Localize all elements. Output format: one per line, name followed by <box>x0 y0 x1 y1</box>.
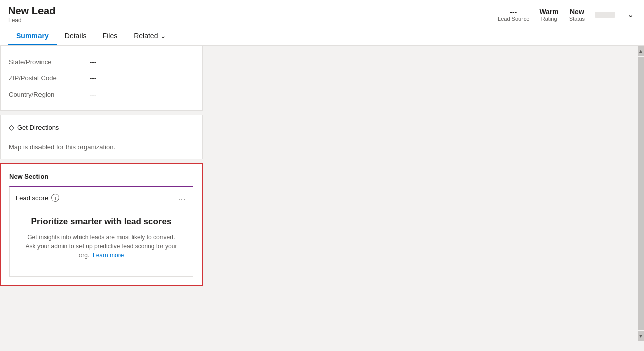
lead-score-content: Prioritize smarter with lead scores Get … <box>16 206 187 270</box>
new-section-card: New Section Lead score i … Prioritize sm… <box>0 163 203 286</box>
new-section-title: New Section <box>9 172 193 180</box>
country-label: Country/Region <box>9 91 90 98</box>
lead-score-label: Lead score <box>16 194 48 202</box>
state-province-label: State/Province <box>9 58 90 66</box>
main-content: State/Province --- ZIP/Postal Code --- C… <box>0 46 644 341</box>
status-meta: New Status <box>569 8 585 22</box>
chevron-down-icon[interactable]: ⌄ <box>625 8 636 21</box>
tab-summary[interactable]: Summary <box>8 28 57 45</box>
directions-icon: ◇ <box>9 123 14 131</box>
state-province-row: State/Province --- <box>9 54 194 70</box>
map-disabled-text: Map is disabled for this organization. <box>9 143 194 151</box>
lead-score-heading: Prioritize smarter with lead scores <box>22 216 181 227</box>
lead-score-widget: Lead score i … Prioritize smarter with l… <box>9 186 193 277</box>
tab-details[interactable]: Details <box>57 28 95 45</box>
zip-row: ZIP/Postal Code --- <box>9 70 194 86</box>
learn-more-link[interactable]: Learn more <box>93 252 124 259</box>
scroll-down-button[interactable]: ▼ <box>638 331 644 341</box>
state-province-value: --- <box>90 58 96 66</box>
lead-score-header: Lead score i … <box>16 193 187 202</box>
zip-value: --- <box>90 74 96 82</box>
directions-card: ◇ Get Directions Map is disabled for thi… <box>0 115 203 159</box>
lead-score-title-block: Lead score i <box>16 194 59 202</box>
right-panel <box>203 46 638 341</box>
title-block: New Lead Lead <box>8 5 55 24</box>
country-value: --- <box>90 91 96 98</box>
lead-source-value: --- <box>510 8 517 16</box>
directions-link-text: Get Directions <box>17 124 59 131</box>
scrollbar[interactable]: ▲ ▼ <box>638 46 644 341</box>
lead-source-meta: --- Lead Source <box>498 8 529 22</box>
zip-label: ZIP/Postal Code <box>9 74 90 82</box>
address-card: State/Province --- ZIP/Postal Code --- C… <box>0 46 203 111</box>
country-row: Country/Region --- <box>9 86 194 102</box>
status-label: Status <box>569 16 585 22</box>
scroll-thumb[interactable] <box>638 57 644 330</box>
action-button[interactable] <box>595 12 615 18</box>
status-value: New <box>570 8 584 16</box>
header-top: New Lead Lead --- Lead Source Warm Ratin… <box>8 5 636 28</box>
chevron-down-icon: ⌄ <box>160 32 166 40</box>
lead-score-body: Get insights into which leads are most l… <box>22 233 181 260</box>
left-panel: State/Province --- ZIP/Postal Code --- C… <box>0 46 203 341</box>
tab-related[interactable]: Related ⌄ <box>126 28 174 45</box>
nav-tabs: Summary Details Files Related ⌄ <box>8 28 636 45</box>
header-meta: --- Lead Source Warm Rating New Status ⌄ <box>498 8 636 22</box>
page-header: New Lead Lead --- Lead Source Warm Ratin… <box>0 0 644 46</box>
rating-label: Rating <box>541 16 557 22</box>
rating-meta: Warm Rating <box>539 8 558 22</box>
tab-files[interactable]: Files <box>95 28 126 45</box>
more-options-button[interactable]: … <box>178 193 187 202</box>
page-subtitle: Lead <box>8 17 55 24</box>
info-icon[interactable]: i <box>51 194 59 202</box>
scroll-up-button[interactable]: ▲ <box>638 46 644 56</box>
lead-source-label: Lead Source <box>498 16 529 22</box>
page-title: New Lead <box>8 5 55 17</box>
get-directions-link[interactable]: ◇ Get Directions <box>9 123 194 138</box>
rating-value: Warm <box>539 8 558 16</box>
